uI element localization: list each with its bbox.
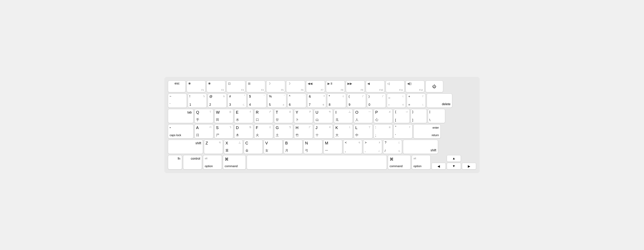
key-k[interactable]: K ㄑ 大 [334,124,353,139]
key-f10[interactable]: ◀ F10 [366,81,385,92]
key-n[interactable]: N 弓 [304,140,322,154]
key-b[interactable]: B 月 [284,140,302,154]
key-f1[interactable]: ✺ F1 [186,81,206,92]
key-control[interactable]: control [183,155,202,169]
key-k-bopomofo: ㄑ [348,125,351,129]
key-y-letter: Y [296,110,298,115]
esc-label: esc [174,82,180,85]
key-backslash[interactable]: | \ [428,109,445,123]
key-f12[interactable]: ◀)) F12 [406,81,424,92]
key-tab[interactable]: tab [168,109,194,123]
key-c[interactable]: C 金 [244,140,263,154]
key-7[interactable]: & • 7 ㄌ [307,94,326,108]
key-d[interactable]: D ㄌ 木 [234,124,253,139]
key-l[interactable]: L ㄒ 中 [354,124,373,139]
key-1-bopomofo: ㄅ [203,95,205,98]
key-esc[interactable]: esc [168,81,186,92]
key-shift-right[interactable]: shift [403,140,438,154]
key-w[interactable]: W ㄓ 田 [214,109,233,123]
key-f4[interactable]: ⊞ F4 [246,81,265,92]
return-label: return [432,134,439,137]
key-h[interactable]: H ㄏ 竹 [294,124,313,139]
key-5[interactable]: % ˊ 5 ㄊ [268,94,286,108]
key-g[interactable]: G ㄎ 土 [274,124,293,139]
key-j[interactable]: J ㄐ 十 [314,124,333,139]
key-t[interactable]: T ㄖ 廿 [274,109,293,123]
key-j-cjk: 十 [316,133,319,137]
key-alt-right[interactable]: alt option [412,155,430,169]
key-fn[interactable]: fn [168,155,182,169]
key-z[interactable]: Z ㄘ [204,140,223,154]
key-0[interactable]: ) ㄏ 0 [367,94,386,108]
key-1[interactable]: ! ㄅ 1 [188,94,207,108]
key-f5[interactable]: ☽ F5 [266,81,285,92]
key-g-letter: G [276,125,279,130]
key-f9[interactable]: ▶▶ F9 [346,81,365,92]
key-f6[interactable]: ☽ F6 [286,81,305,92]
key-2-bottom: 2 [209,103,211,107]
key-enter[interactable]: enter return [414,124,441,139]
key-alt-left[interactable]: alt option [203,155,222,169]
key-2-bopomofo: ㄉ [223,95,225,98]
key-arrow-left[interactable]: ◀ [432,163,446,169]
key-m[interactable]: M 一 [324,140,342,154]
key-8[interactable]: * ㄍ 8 [327,94,346,108]
key-power[interactable]: ⏻ [426,81,443,92]
key-f-key[interactable]: F ㄍ 火 [254,124,273,139]
key-v-cjk: 女 [265,149,268,152]
key-a-bopomofo: ㄇ [209,125,212,129]
key-a[interactable]: A ㄇ 日 [194,124,214,139]
key-3[interactable]: # ˇ 3 ㄈ [228,94,246,108]
cmd-right-icon: ⌘ [390,157,409,162]
key-shift-left[interactable]: shift [168,140,203,154]
key-5-bopomofo: ˊ [284,95,285,98]
key-f2[interactable]: ✺ F2 [206,81,226,92]
key-arrow-right[interactable]: ▶ [462,163,476,169]
key-o[interactable]: O ㄧ 人 [354,109,373,123]
key-slash[interactable]: ? ㄥ / ㄦ [383,140,402,154]
key-e[interactable]: E ㄔ 水 [234,109,253,123]
key-f11[interactable]: ◁ F11 [386,81,404,92]
row-number: ~ ` ! ㄅ 1 @ ㄉ 2 [168,94,476,108]
key-6[interactable]: ^ ˙ 6 [287,94,306,108]
key-equal[interactable]: + ㄒ = ㄑ [407,94,426,108]
row-bottom: fn control alt option ⌘ command ⌘ comman… [168,155,476,169]
key-2[interactable]: @ ㄉ 2 [208,94,226,108]
key-arrow-down[interactable]: ▼ [447,163,461,169]
key-r-cjk: 口 [256,118,259,121]
key-comma[interactable]: < ㄝ , [343,140,362,154]
key-tilde[interactable]: ~ ` [168,94,187,108]
key-f8[interactable]: ▶⏸ F8 [326,81,345,92]
key-1-bottom: 1 [190,103,191,107]
key-cmd-left[interactable]: ⌘ command [223,155,246,169]
key-0-bopomofo: ㄏ [382,95,384,98]
key-o-bopomofo: ㄧ [368,110,371,114]
key-period[interactable]: > ㄡ . ㄥ [363,140,382,154]
key-5-bottom: 5 [269,103,271,107]
key-a-cjk: 日 [196,133,199,137]
key-lbracket[interactable]: { ㄩ [ [394,109,410,123]
key-quote[interactable]: " ㄔ ' [394,124,412,139]
key-p[interactable]: P ㄨ 心 [374,109,392,123]
key-4[interactable]: $ ˋ 4 [248,94,266,108]
key-capslock[interactable]: • caps lock [168,124,194,139]
key-9[interactable]: ( ㄏ 9 [347,94,366,108]
key-period-bopomofo: ㄡ [378,141,380,144]
key-y[interactable]: Y ㄗ 卜 [294,109,313,123]
key-s[interactable]: S ㄋ 尸 [214,124,233,139]
key-f7[interactable]: ◀◀ F7 [306,81,325,92]
key-minus[interactable]: _ ㄑ - ㄐ [387,94,406,108]
key-semicolon[interactable]: : ㄓ ; [374,124,392,139]
key-x[interactable]: X ㄙ 重 [224,140,243,154]
key-rbracket[interactable]: } ] [411,109,427,123]
key-r[interactable]: R ㄕ 口 [254,109,273,123]
key-delete[interactable]: delete [427,94,452,108]
key-cmd-right[interactable]: ⌘ command [388,155,411,169]
key-v[interactable]: V 女 [264,140,282,154]
key-q[interactable]: Q ㄒ 手 [194,109,214,123]
key-i[interactable]: I ㄙ 戈 [334,109,353,123]
key-f3[interactable]: ⊡ F3 [226,81,245,92]
key-u[interactable]: U ㄘ 山 [314,109,333,123]
key-space[interactable] [247,155,387,169]
key-arrow-up[interactable]: ▲ [447,155,461,162]
